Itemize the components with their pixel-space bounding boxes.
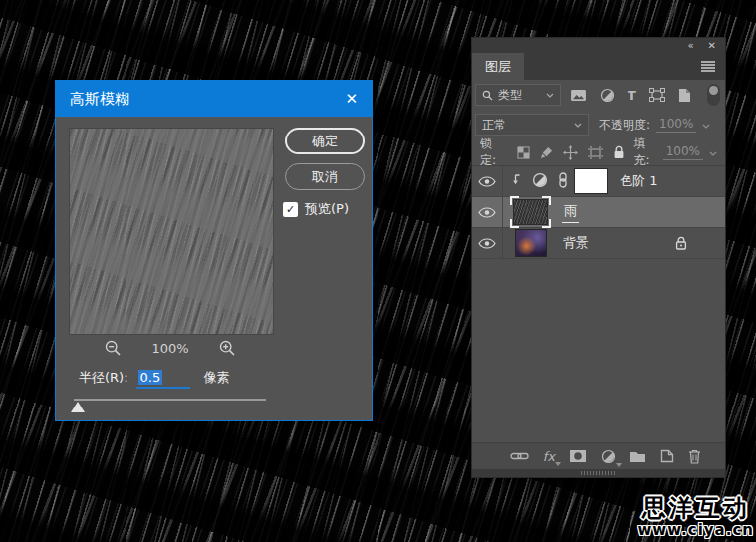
filter-type-layers-button[interactable]: T: [628, 89, 636, 102]
new-group-button[interactable]: [630, 450, 646, 463]
layer-row-content[interactable]: 背景: [503, 228, 725, 258]
layer-name[interactable]: 色阶 1: [620, 172, 657, 190]
folder-icon: [630, 450, 646, 463]
filter-type-select[interactable]: 类型: [475, 84, 561, 106]
blend-mode-select[interactable]: 正常: [475, 114, 589, 136]
layer-style-button[interactable]: fx: [543, 450, 555, 463]
clipping-mask-arrow-icon: [511, 174, 522, 188]
panel-menu-button[interactable]: [700, 53, 716, 80]
preview-checkbox-row[interactable]: ✓ 预览(P): [283, 200, 349, 218]
background-layer-thumbnail-image[interactable]: [515, 229, 547, 257]
lock-row: 锁定:: [472, 139, 725, 165]
selection-bracket: [510, 196, 519, 205]
filter-type-label: 类型: [498, 87, 522, 104]
visibility-toggle[interactable]: [472, 228, 503, 258]
adjustment-circle-icon: [601, 449, 616, 464]
opacity-control[interactable]: 不透明度: 100%: [599, 117, 710, 134]
dialog-titlebar[interactable]: 高斯模糊 ✕: [56, 81, 372, 117]
add-layer-mask-button[interactable]: [569, 449, 587, 463]
watermark: 思洋互动 www.ciya.cn: [637, 492, 754, 539]
new-adjustment-layer-button[interactable]: [601, 449, 616, 464]
visibility-toggle[interactable]: [472, 197, 503, 227]
selection-bracket: [542, 219, 551, 228]
lock-position-button[interactable]: [563, 145, 578, 160]
chain-link-icon: [510, 451, 529, 461]
opacity-value[interactable]: 100%: [656, 117, 696, 133]
layer-mask-thumbnail[interactable]: [574, 168, 608, 194]
layer-mask-icon: [569, 449, 587, 463]
move-icon: [563, 145, 578, 160]
selection-bracket: [510, 219, 519, 228]
layer-name[interactable]: 雨: [562, 202, 579, 223]
lock-all-button[interactable]: [613, 145, 625, 159]
link-layers-button[interactable]: [510, 451, 529, 461]
dialog-body: 确定 取消 ✓ 预览(P) 100%: [56, 117, 372, 420]
radius-unit: 像素: [204, 369, 230, 387]
tab-layers-label: 图层: [485, 58, 511, 76]
checkerboard-icon: [517, 146, 530, 159]
zoom-out-button[interactable]: [105, 340, 122, 357]
panel-titlebar: « ✕: [472, 38, 725, 53]
photoshop-workspace: 高斯模糊 ✕ 确定 取消 ✓ 预览(P): [0, 0, 756, 542]
mask-link-icon: [558, 172, 568, 191]
dialog-close-button[interactable]: ✕: [345, 92, 358, 107]
layer-row-content[interactable]: 雨: [503, 197, 725, 227]
chevron-down-icon[interactable]: [709, 145, 717, 159]
image-icon: [570, 89, 587, 102]
layer-row-levels[interactable]: 色阶 1: [472, 166, 725, 197]
filter-shape-layers-button[interactable]: [649, 88, 665, 102]
layer-filter-row: 类型 T: [472, 80, 725, 110]
radius-row: 半径(R): 0.5 像素: [79, 369, 230, 389]
layer-list-empty-area[interactable]: [472, 259, 725, 442]
eye-icon: [478, 238, 496, 249]
close-panel-icon[interactable]: ✕: [708, 41, 716, 51]
lock-transparency-button[interactable]: [517, 146, 530, 159]
zoom-in-button[interactable]: [219, 340, 236, 357]
layer-row-content[interactable]: 色阶 1: [503, 166, 725, 196]
fill-label: 填充:: [634, 136, 657, 169]
visibility-toggle[interactable]: [472, 166, 503, 196]
chevron-down-icon: [574, 123, 582, 128]
panel-bottom-toolbar: fx: [472, 442, 725, 469]
layer-row-background[interactable]: 背景: [472, 228, 725, 259]
new-layer-button[interactable]: [660, 449, 674, 463]
fx-icon: fx: [543, 450, 555, 463]
dialog-title: 高斯模糊: [70, 90, 129, 109]
search-icon: [482, 90, 493, 101]
filter-toggle-switch[interactable]: [707, 84, 720, 106]
radius-slider[interactable]: [71, 395, 266, 412]
preview-checkbox-label: 预览(P): [305, 200, 349, 218]
lock-label: 锁定:: [480, 136, 507, 169]
hamburger-menu-icon: [700, 61, 716, 72]
layer-row-rain[interactable]: 雨: [472, 197, 725, 228]
lock-artboard-button[interactable]: [588, 146, 603, 159]
filter-smart-objects-button[interactable]: [678, 88, 691, 103]
collapse-panel-icon[interactable]: «: [687, 41, 693, 51]
padlock-icon: [613, 145, 625, 159]
lock-pixels-button[interactable]: [540, 146, 553, 159]
panel-resize-grip[interactable]: [472, 469, 725, 477]
page-icon: [678, 88, 691, 103]
chevron-down-icon: [546, 93, 554, 98]
chevron-down-icon[interactable]: [702, 118, 710, 132]
selection-bracket: [542, 196, 551, 205]
tab-layers[interactable]: 图层: [472, 53, 524, 80]
preview-zoom-controls: 100%: [69, 340, 272, 357]
background-lock-icon[interactable]: [675, 236, 687, 250]
filter-pixel-layers-button[interactable]: [570, 89, 587, 102]
checkmark-icon: ✓: [286, 203, 295, 216]
slider-track[interactable]: [74, 399, 266, 401]
slider-thumb[interactable]: [71, 402, 85, 412]
magnifier-plus-icon: [219, 340, 236, 357]
blur-preview-image[interactable]: [69, 128, 274, 335]
cancel-button[interactable]: 取消: [285, 163, 365, 190]
layer-name[interactable]: 背景: [563, 234, 589, 252]
layer-thumbnail[interactable]: [513, 199, 548, 225]
filter-adjustment-layers-button[interactable]: [600, 88, 615, 103]
preview-checkbox[interactable]: ✓: [283, 202, 298, 217]
fill-control[interactable]: 填充: 100%: [634, 136, 718, 169]
delete-layer-button[interactable]: [688, 449, 701, 464]
radius-input[interactable]: 0.5: [136, 370, 190, 389]
fill-value[interactable]: 100%: [663, 144, 703, 160]
ok-button[interactable]: 确定: [285, 128, 365, 154]
